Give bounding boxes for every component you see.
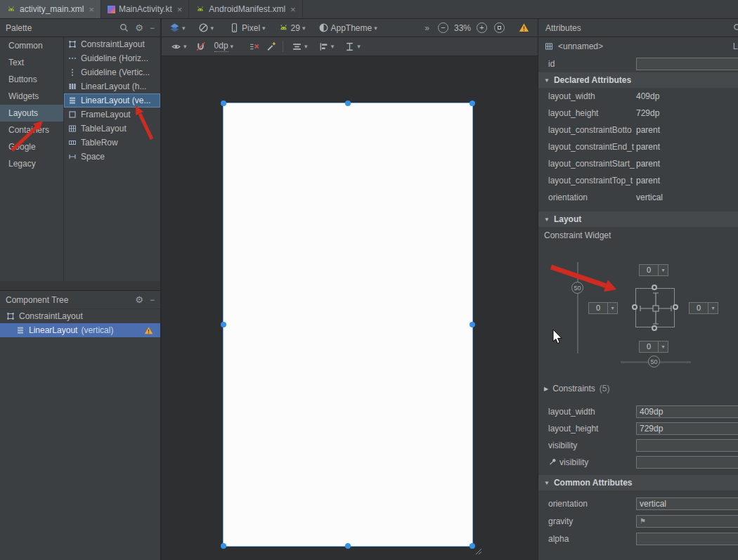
vertical-bias-badge[interactable]: 50 (571, 282, 583, 294)
section-common-attributes[interactable]: ▼ Common Attributes (538, 475, 738, 490)
close-icon[interactable]: × (89, 4, 94, 15)
design-canvas[interactable] (162, 56, 538, 560)
palette-item-guideline-horizontal[interactable]: Guideline (Horiz... (64, 51, 160, 65)
constraint-layout-icon (6, 311, 15, 321)
api-level-selector[interactable]: 29 ▾ (276, 22, 308, 34)
palette-category-common[interactable]: Common (0, 37, 63, 54)
warning-icon[interactable] (519, 22, 529, 33)
linearlayout-artboard[interactable] (224, 103, 472, 546)
selection-handle-bottom-center[interactable] (345, 543, 351, 549)
design-surface-mode-button[interactable]: ▾ (167, 22, 188, 34)
palette-category-legacy[interactable]: Legacy (0, 155, 63, 172)
constraint-widget-square[interactable] (635, 288, 675, 327)
orientation-select[interactable]: vertical (636, 497, 738, 510)
selection-handle-middle-left[interactable] (221, 322, 226, 327)
layout-width-input[interactable]: 409dp (636, 405, 738, 418)
default-margin-selector[interactable]: 0dp ▾ (212, 40, 236, 53)
minimize-icon[interactable]: − (150, 23, 155, 33)
attribute-value[interactable]: vertical (636, 193, 663, 202)
table-layout-icon (67, 124, 77, 134)
selection-handle-top-center[interactable] (345, 100, 351, 106)
selection-handle-middle-right[interactable] (470, 322, 475, 327)
attribute-row: layout_height 729dp (538, 105, 738, 122)
device-selector[interactable]: Pixel ▾ (227, 22, 268, 34)
zoom-in-button[interactable]: + (477, 22, 487, 33)
autoconnect-magnet-icon[interactable] (195, 41, 206, 52)
zoom-out-button[interactable]: − (438, 22, 448, 33)
selection-handle-bottom-left[interactable] (221, 543, 226, 549)
align-icon (318, 41, 329, 52)
horizontal-bias-badge[interactable]: 50 (648, 356, 660, 367)
selection-handle-bottom-right[interactable] (470, 543, 475, 549)
palette-item-space[interactable]: Space (64, 150, 160, 164)
layout-height-input[interactable]: 729dp (636, 422, 738, 435)
tools-visibility-input[interactable] (636, 456, 738, 469)
attribute-value[interactable]: parent (636, 142, 660, 152)
palette-item-tablerow[interactable]: TableRow (64, 136, 160, 150)
clear-constraints-icon[interactable] (249, 41, 259, 52)
palette-item-linearlayout-horizontal[interactable]: LinearLayout (h... (64, 79, 160, 93)
resize-grip-icon[interactable] (475, 548, 482, 555)
search-icon[interactable] (733, 23, 738, 32)
gear-icon[interactable]: ⚙ (135, 22, 143, 33)
palette-item-tablelayout[interactable]: TableLayout (64, 122, 160, 136)
margin-right-combo[interactable]: 0 ▾ (689, 302, 718, 314)
pack-menu-button[interactable]: ▾ (290, 41, 310, 53)
toolbar-overflow-button[interactable]: » (425, 23, 429, 33)
margin-value: 0 (639, 264, 659, 276)
attribute-value[interactable]: 729dp (636, 108, 659, 118)
tree-item-linearlayout[interactable]: LinearLayout (vertical) (0, 323, 160, 337)
palette-category-widgets[interactable]: Widgets (0, 88, 63, 105)
section-declared-attributes[interactable]: ▼ Declared Attributes (538, 72, 738, 88)
selection-handle-top-left[interactable] (221, 100, 226, 106)
bottom-anchor[interactable] (652, 325, 657, 331)
tab-activity-main-xml[interactable]: activity_main.xml × (0, 0, 101, 18)
gravity-input[interactable]: ⚑ (636, 515, 738, 528)
palette-item-guideline-vertical[interactable]: Guideline (Vertic... (64, 65, 160, 79)
zoom-to-fit-button[interactable] (494, 22, 505, 33)
tree-item-constraintlayout[interactable]: ConstraintLayout (0, 309, 160, 323)
panel-splitter[interactable] (0, 281, 161, 290)
visibility-input[interactable] (636, 439, 738, 452)
search-icon[interactable] (119, 23, 129, 32)
section-layout[interactable]: ▼ Layout (538, 211, 738, 227)
left-anchor[interactable] (632, 304, 637, 310)
close-icon[interactable]: × (290, 4, 296, 15)
close-icon[interactable]: × (177, 4, 183, 15)
align-menu-button[interactable]: ▾ (316, 41, 337, 53)
guidelines-menu-button[interactable]: ▾ (342, 41, 363, 53)
attribute-value[interactable]: 409dp (636, 91, 659, 101)
orientation-button[interactable]: ▾ (196, 22, 216, 34)
right-anchor[interactable] (673, 304, 678, 310)
truncated-header-text: Li (733, 41, 738, 51)
view-options-button[interactable]: ▾ (169, 41, 189, 53)
top-anchor[interactable] (652, 285, 657, 290)
minimize-icon[interactable]: − (150, 295, 155, 305)
palette-item-linearlayout-vertical[interactable]: LinearLayout (ve... (64, 93, 160, 108)
attribute-value[interactable]: parent (636, 125, 660, 135)
margin-top-combo[interactable]: 0 ▾ (639, 264, 668, 276)
palette-category-buttons[interactable]: Buttons (0, 71, 63, 88)
vertical-bias-slider[interactable] (577, 262, 578, 353)
palette-category-layouts[interactable]: Layouts (0, 105, 63, 122)
theme-selector[interactable]: AppTheme ▾ (316, 22, 380, 34)
id-input[interactable] (636, 58, 738, 70)
attribute-value[interactable]: parent (636, 176, 660, 185)
palette-category-containers[interactable]: Containers (0, 122, 63, 138)
infer-constraints-wand-icon[interactable] (266, 41, 276, 52)
gear-icon[interactable]: ⚙ (135, 294, 143, 305)
constraints-section-toggle[interactable]: ▶ Constraints (5) (538, 381, 738, 396)
selection-handle-top-right[interactable] (470, 100, 475, 106)
warning-icon[interactable] (144, 326, 153, 335)
margin-left-combo[interactable]: 0 ▾ (588, 302, 618, 314)
palette-item-constraintlayout[interactable]: ConstraintLayout (64, 37, 160, 51)
palette-item-framelayout[interactable]: FrameLayout (64, 108, 160, 122)
pack-icon (344, 41, 355, 52)
tab-androidmanifest-xml[interactable]: AndroidManifest.xml × (189, 0, 302, 18)
palette-category-text[interactable]: Text (0, 54, 63, 71)
alpha-input[interactable] (636, 533, 738, 545)
tab-mainactivity-kt[interactable]: MainActivity.kt × (101, 0, 189, 18)
attribute-value[interactable]: parent (636, 159, 660, 169)
palette-category-google[interactable]: Google (0, 138, 63, 155)
margin-bottom-combo[interactable]: 0 ▾ (639, 341, 668, 353)
